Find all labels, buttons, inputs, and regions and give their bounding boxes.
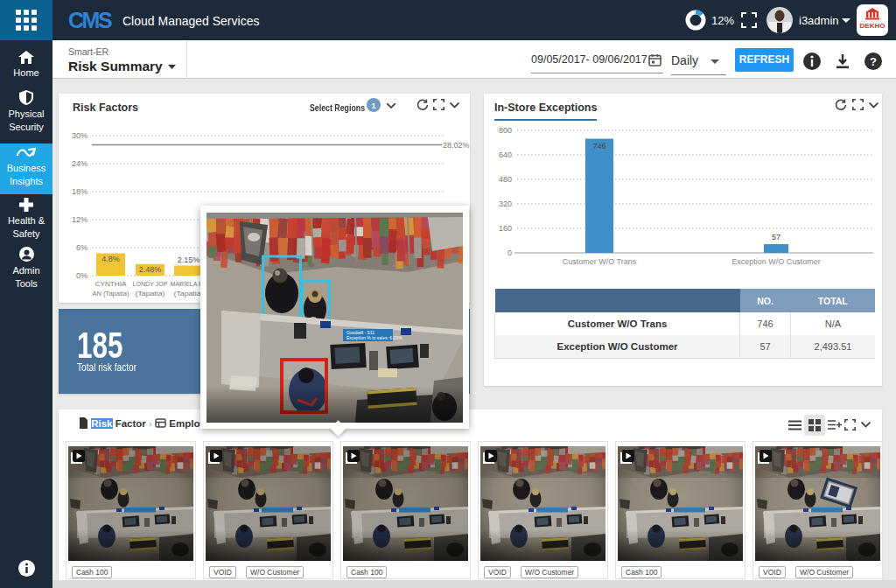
svg-text:160: 160 (499, 224, 512, 233)
svg-text:480: 480 (499, 175, 512, 184)
svg-text:320: 320 (499, 200, 512, 208)
svg-text:6%: 6% (76, 243, 88, 252)
svg-text:Exception W/O Customer: Exception W/O Customer (732, 257, 821, 266)
svg-text:4.8%: 4.8% (102, 255, 120, 263)
svg-text:18%: 18% (72, 187, 88, 196)
svg-text:0: 0 (508, 248, 512, 257)
svg-text:0%: 0% (76, 271, 88, 280)
svg-text:2.48%: 2.48% (139, 265, 162, 274)
svg-text:CYNTHIA: CYNTHIA (95, 280, 128, 288)
svg-text:24%: 24% (72, 159, 88, 168)
svg-text:640: 640 (499, 150, 512, 159)
svg-text:Customer W/O Trans: Customer W/O Trans (563, 257, 637, 266)
svg-text:746: 746 (592, 142, 606, 150)
svg-text:LONDY JOP: LONDY JOP (133, 280, 168, 288)
svg-text:30%: 30% (72, 131, 88, 140)
svg-text:AN (Tapatia): AN (Tapatia) (93, 290, 130, 298)
svg-text:12%: 12% (72, 215, 88, 224)
svg-text:800: 800 (499, 126, 512, 135)
svg-text:28.02%: 28.02% (443, 141, 470, 150)
svg-text:2.15%: 2.15% (178, 256, 200, 264)
svg-text:(Tapatia): (Tapatia) (136, 290, 165, 298)
svg-text:57: 57 (772, 233, 780, 242)
svg-text:(Tapatia): (Tapatia) (174, 290, 204, 298)
svg-text:1: 1 (371, 101, 376, 110)
svg-text:Exception % to sales: 6.23%: Exception % to sales: 6.23% (346, 335, 402, 340)
svg-text:?: ? (870, 55, 877, 68)
